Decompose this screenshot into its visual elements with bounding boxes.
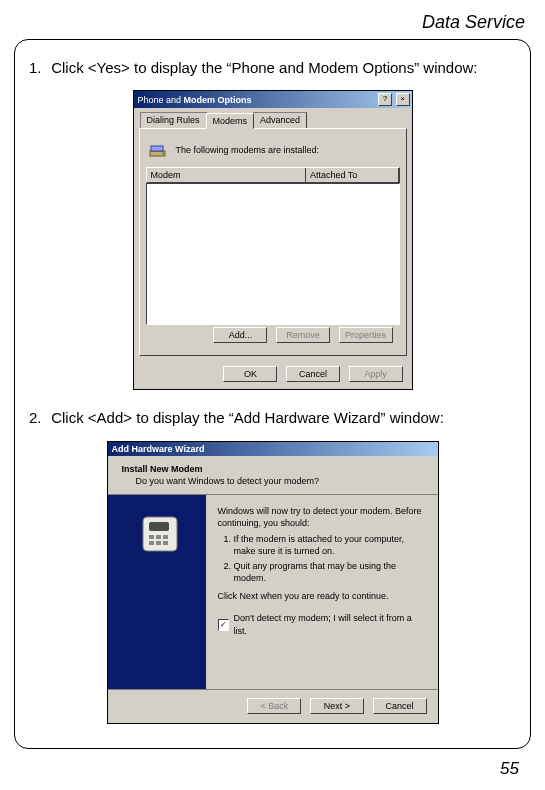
dlg2-head-title: Install New Modem bbox=[122, 464, 428, 474]
svg-rect-5 bbox=[149, 535, 154, 539]
step-2-text: Click <Add> to display the “Add Hardware… bbox=[51, 409, 444, 426]
dlg2-title: Add Hardware Wizard bbox=[112, 444, 205, 454]
tab-modems[interactable]: Modems bbox=[206, 113, 255, 129]
dlg1-title-plain: Phone and bbox=[138, 95, 184, 105]
dlg1-title: Phone and Modem Options bbox=[138, 95, 252, 105]
dlg2-title-text: Add Hardware Wizard bbox=[112, 444, 205, 454]
svg-rect-9 bbox=[156, 541, 161, 545]
dlg2-intro-text: Windows will now try to detect your mode… bbox=[218, 505, 428, 529]
wizard-cancel-button[interactable]: Cancel bbox=[373, 698, 427, 714]
page-number: 55 bbox=[14, 749, 531, 779]
dlg1-title-bold: Modem Options bbox=[184, 95, 252, 105]
col-modem[interactable]: Modem bbox=[147, 168, 306, 182]
dlg1-info-text: The following modems are installed: bbox=[176, 145, 320, 155]
dlg2-header: Install New Modem Do you want Windows to… bbox=[108, 456, 438, 488]
modem-list-body[interactable] bbox=[146, 183, 400, 325]
add-button[interactable]: Add... bbox=[213, 327, 267, 343]
step-1-text: Click <Yes> to display the “Phone and Mo… bbox=[51, 59, 477, 76]
remove-button: Remove bbox=[276, 327, 330, 343]
dlg1-title-buttons: ? × bbox=[377, 93, 410, 106]
dlg2-title-bar: Add Hardware Wizard bbox=[108, 442, 438, 456]
dont-detect-checkbox-row: ✓ Don't detect my modem; I will select i… bbox=[218, 612, 428, 636]
dlg1-info-row: The following modems are installed: bbox=[148, 139, 400, 161]
apply-button: Apply bbox=[349, 366, 403, 382]
dlg1-list-buttons: Add... Remove Properties bbox=[146, 325, 400, 347]
svg-rect-10 bbox=[163, 541, 168, 545]
dlg2-sidebar bbox=[108, 495, 206, 689]
col-attached-to[interactable]: Attached To bbox=[306, 168, 399, 182]
properties-button: Properties bbox=[339, 327, 393, 343]
close-icon[interactable]: × bbox=[396, 93, 410, 106]
modem-list-header: Modem Attached To bbox=[146, 167, 400, 183]
phone-modem-options-dialog: Phone and Modem Options ? × Dialing Rule… bbox=[133, 90, 413, 390]
help-icon[interactable]: ? bbox=[378, 93, 392, 106]
next-button[interactable]: Next > bbox=[310, 698, 364, 714]
dlg2-content: Windows will now try to detect your mode… bbox=[206, 495, 438, 689]
step-1-number: 1. bbox=[29, 58, 47, 78]
svg-rect-8 bbox=[149, 541, 154, 545]
dlg2-li-1: If the modem is attached to your compute… bbox=[234, 533, 428, 557]
svg-rect-4 bbox=[149, 522, 169, 531]
dlg2-instruction-list: If the modem is attached to your compute… bbox=[234, 533, 428, 585]
ok-button[interactable]: OK bbox=[223, 366, 277, 382]
dlg1-footer-buttons: OK Cancel Apply bbox=[134, 360, 412, 389]
svg-rect-7 bbox=[163, 535, 168, 539]
step-2: 2. Click <Add> to display the “Add Hardw… bbox=[29, 408, 516, 428]
dlg2-continue-text: Click Next when you are ready to continu… bbox=[218, 590, 428, 602]
dlg1-tabs: Dialing Rules Modems Advanced bbox=[134, 108, 412, 128]
dlg2-footer-buttons: < Back Next > Cancel bbox=[108, 689, 438, 723]
dlg2-li-2: Quit any programs that may be using the … bbox=[234, 560, 428, 584]
svg-rect-1 bbox=[151, 146, 163, 151]
svg-point-2 bbox=[162, 153, 164, 155]
dont-detect-checkbox[interactable]: ✓ bbox=[218, 619, 230, 631]
add-hardware-wizard-dialog: Add Hardware Wizard Install New Modem Do… bbox=[107, 441, 439, 724]
dont-detect-label: Don't detect my modem; I will select it … bbox=[233, 612, 427, 636]
dlg1-title-bar: Phone and Modem Options ? × bbox=[134, 91, 412, 108]
tab-advanced[interactable]: Advanced bbox=[253, 112, 307, 128]
dlg2-head-subtitle: Do you want Windows to detect your modem… bbox=[136, 476, 428, 486]
svg-rect-6 bbox=[156, 535, 161, 539]
cancel-button[interactable]: Cancel bbox=[286, 366, 340, 382]
dlg2-body: Windows will now try to detect your mode… bbox=[108, 494, 438, 689]
content-frame: 1. Click <Yes> to display the “Phone and… bbox=[14, 39, 531, 749]
tab-dialing-rules[interactable]: Dialing Rules bbox=[140, 112, 207, 128]
back-button: < Back bbox=[247, 698, 301, 714]
dlg1-tab-panel: The following modems are installed: Mode… bbox=[139, 128, 407, 356]
modem-icon bbox=[148, 139, 170, 161]
page-header: Data Service bbox=[14, 8, 531, 39]
modem-list: Modem Attached To bbox=[146, 167, 400, 325]
phone-icon bbox=[137, 511, 177, 551]
step-1: 1. Click <Yes> to display the “Phone and… bbox=[29, 58, 516, 78]
step-2-number: 2. bbox=[29, 408, 47, 428]
